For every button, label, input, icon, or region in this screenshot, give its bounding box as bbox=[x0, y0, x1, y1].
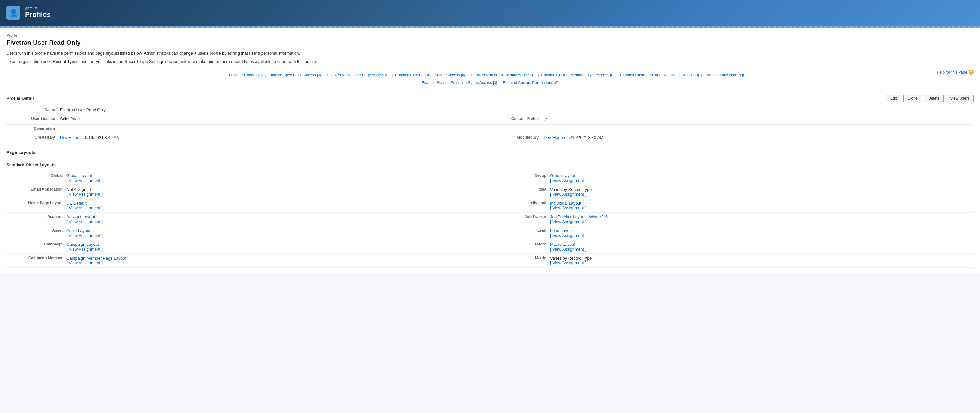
decorative-bar bbox=[0, 26, 980, 28]
layout-idea: Idea Varies by Record Type [ View Assign… bbox=[490, 185, 974, 199]
group-value: Group Layout [ View Assignment ] bbox=[550, 173, 586, 183]
detail-row-license: User License Salesforce Custom Profile ✓ bbox=[6, 115, 974, 125]
layouts-left-column: Global Global Layout [ View Assignment ]… bbox=[6, 171, 490, 268]
asset-layout-link[interactable]: Asset Layout bbox=[67, 228, 103, 233]
modified-by-link[interactable]: Dev Elopers bbox=[544, 135, 566, 140]
layouts-container: Global Global Layout [ View Assignment ]… bbox=[6, 171, 974, 268]
profile-detail-table: Name Fivetran User Read Only User Licens… bbox=[6, 105, 974, 142]
created-by-link[interactable]: Dev Elopers bbox=[60, 135, 83, 140]
nav-links: Login IP Ranges [0] | Enabled Apex Class… bbox=[6, 68, 974, 90]
nav-external-data[interactable]: Enabled External Data Source Access [0] bbox=[395, 73, 465, 77]
idea-value: Varies by Record Type [ View Assignment … bbox=[550, 187, 592, 196]
account-value: Account Layout [ View Assignment ] bbox=[67, 214, 103, 224]
campaign-layout-link[interactable]: Campaign Layout bbox=[67, 242, 103, 247]
macro-layout-link[interactable]: Macro Layout bbox=[550, 242, 586, 247]
lead-value: Lead Layout [ View Assignment ] bbox=[550, 228, 586, 238]
name-label: Name bbox=[6, 105, 57, 115]
macro-view-assignment-link[interactable]: [ View Assignment ] bbox=[550, 247, 586, 252]
job-tracker-label: Job Tracker bbox=[493, 214, 550, 224]
campaign-member-view-assignment-link[interactable]: [ View Assignment ] bbox=[67, 260, 126, 265]
lead-label: Lead bbox=[493, 228, 550, 238]
account-layout-link[interactable]: Account Layout bbox=[67, 214, 103, 219]
campaign-view-assignment-link[interactable]: [ View Assignment ] bbox=[67, 247, 103, 252]
nav-apex[interactable]: Enabled Apex Class Access [0] bbox=[268, 73, 321, 77]
delete-button[interactable]: Delete bbox=[924, 95, 943, 102]
page-header: 👤 SETUP Profiles bbox=[0, 0, 980, 26]
asset-view-assignment-link[interactable]: [ View Assignment ] bbox=[67, 233, 103, 238]
global-value: Global Layout [ View Assignment ] bbox=[67, 173, 103, 183]
metric-label: Metric bbox=[493, 256, 550, 265]
metric-view-assignment-link[interactable]: [ View Assignment ] bbox=[550, 260, 592, 265]
description-2: If your organization uses Record Types, … bbox=[6, 59, 974, 65]
page-layouts-section: Page Layouts Standard Object Layouts Glo… bbox=[6, 147, 974, 268]
campaign-member-value: Campaign Member Page Layout [ View Assig… bbox=[67, 256, 126, 265]
group-view-assignment-link[interactable]: [ View Assignment ] bbox=[550, 178, 586, 183]
individual-view-assignment-link[interactable]: [ View Assignment ] bbox=[550, 206, 586, 210]
email-app-not-assigned: Not Assigned bbox=[67, 187, 103, 192]
layouts-right-column: Group Group Layout [ View Assignment ] I… bbox=[490, 171, 974, 268]
layout-account: Account Account Layout [ View Assignment… bbox=[6, 212, 490, 226]
global-view-assignment-link[interactable]: [ View Assignment ] bbox=[67, 178, 103, 183]
standard-object-layouts-header: Standard Object Layouts bbox=[6, 161, 974, 169]
custom-profile-value: ✓ bbox=[541, 115, 974, 125]
home-page-view-assignment-link[interactable]: [ View Assignment ] bbox=[67, 206, 103, 210]
created-by-label: Created By bbox=[6, 133, 57, 142]
layout-home-page: Home Page Layout DE Default [ View Assig… bbox=[6, 199, 490, 212]
idea-varies: Varies by Record Type bbox=[550, 187, 592, 192]
header-text: SETUP Profiles bbox=[25, 7, 51, 19]
nav-visualforce[interactable]: Enabled Visualforce Page Access [0] bbox=[327, 73, 390, 77]
nav-flow[interactable]: Enabled Flow Access [0] bbox=[705, 73, 746, 77]
clone-button[interactable]: Clone bbox=[903, 95, 921, 102]
nav-custom-meta[interactable]: Enabled Custom Metadata Type Access [0] bbox=[541, 73, 614, 77]
nav-login-ip[interactable]: Login IP Ranges [0] bbox=[229, 73, 262, 77]
campaign-member-label: Campaign Member bbox=[9, 256, 67, 265]
view-users-button[interactable]: View Users bbox=[946, 95, 974, 102]
idea-view-assignment-link[interactable]: [ View Assignment ] bbox=[550, 192, 592, 196]
layout-macro: Macro Macro Layout [ View Assignment ] bbox=[490, 240, 974, 254]
name-value: Fivetran User Read Only bbox=[57, 105, 490, 115]
nav-named-cred[interactable]: Enabled Named Credential Access [0] bbox=[471, 73, 535, 77]
email-app-view-assignment-link[interactable]: [ View Assignment ] bbox=[67, 192, 103, 196]
edit-button[interactable]: Edit bbox=[886, 95, 901, 102]
layout-lead: Lead Lead Layout [ View Assignment ] bbox=[490, 226, 974, 240]
layout-campaign: Campaign Campaign Layout [ View Assignme… bbox=[6, 240, 490, 254]
global-layout-link[interactable]: Global Layout bbox=[67, 173, 103, 178]
description-label: Description bbox=[6, 125, 57, 133]
idea-label: Idea bbox=[493, 187, 550, 196]
metric-value: Varies by Record Type [ View Assignment … bbox=[550, 256, 592, 265]
modified-by-value: Dev Elopers, 5/19/2021 3:40 AM bbox=[541, 133, 974, 142]
group-layout-link[interactable]: Group Layout bbox=[550, 173, 586, 178]
nav-service-presence[interactable]: Enabled Service Presence Status Access [… bbox=[422, 81, 497, 85]
nav-custom-perms[interactable]: Enabled Custom Permissions [0] bbox=[503, 81, 558, 85]
global-label: Global bbox=[9, 173, 67, 183]
home-page-layout-link[interactable]: DE Default bbox=[67, 201, 103, 206]
job-tracker-view-assignment-link[interactable]: [ View Assignment ] bbox=[550, 219, 608, 224]
help-label: Help for this Page bbox=[937, 70, 967, 75]
individual-label: Individual bbox=[493, 201, 550, 210]
detail-row-created: Created By Dev Elopers, 5/19/2021 3:40 A… bbox=[6, 133, 974, 142]
campaign-member-layout-link[interactable]: Campaign Member Page Layout bbox=[67, 256, 126, 260]
job-tracker-value: Job Tracker Layout - Winter '16 [ View A… bbox=[550, 214, 608, 224]
group-label: Group bbox=[493, 173, 550, 183]
profile-name: Fivetran User Read Only bbox=[6, 39, 974, 46]
layout-email-app: Email Application Not Assigned [ View As… bbox=[6, 185, 490, 199]
nav-custom-setting[interactable]: Enabled Custom Setting Definitions Acces… bbox=[620, 73, 699, 77]
home-page-label: Home Page Layout bbox=[9, 201, 67, 210]
email-app-value: Not Assigned [ View Assignment ] bbox=[67, 187, 103, 196]
campaign-label: Campaign bbox=[9, 242, 67, 252]
individual-layout-link[interactable]: Individual Layout bbox=[550, 201, 586, 206]
layout-group: Group Group Layout [ View Assignment ] bbox=[490, 171, 974, 185]
header-icon: 👤 bbox=[6, 6, 21, 20]
lead-view-assignment-link[interactable]: [ View Assignment ] bbox=[550, 233, 586, 238]
modified-by-label: Modified By bbox=[490, 133, 541, 142]
account-label: Account bbox=[9, 214, 67, 224]
help-link[interactable]: Help for this Page ? bbox=[937, 70, 974, 75]
lead-layout-link[interactable]: Lead Layout bbox=[550, 228, 586, 233]
layout-job-tracker: Job Tracker Job Tracker Layout - Winter … bbox=[490, 212, 974, 226]
macro-value: Macro Layout [ View Assignment ] bbox=[550, 242, 586, 252]
asset-value: Asset Layout [ View Assignment ] bbox=[67, 228, 103, 238]
home-page-value: DE Default [ View Assignment ] bbox=[67, 201, 103, 210]
account-view-assignment-link[interactable]: [ View Assignment ] bbox=[67, 219, 103, 224]
job-tracker-layout-link[interactable]: Job Tracker Layout - Winter '16 bbox=[550, 214, 608, 219]
layout-global: Global Global Layout [ View Assignment ] bbox=[6, 171, 490, 185]
